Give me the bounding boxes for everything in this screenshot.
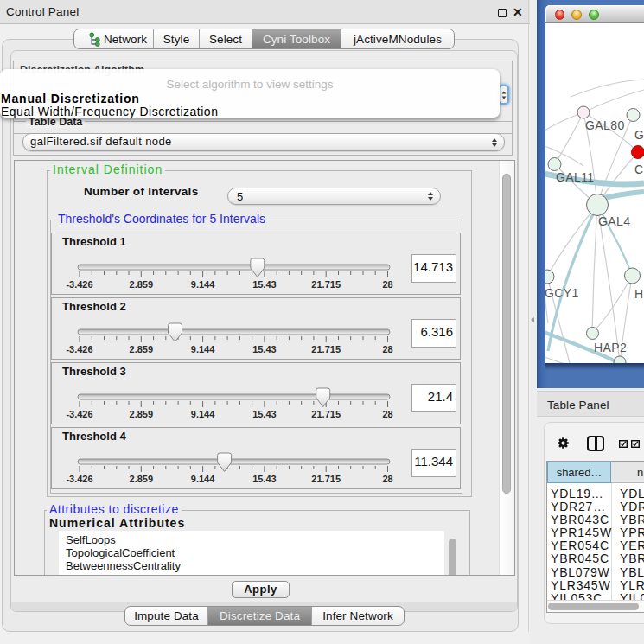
- svg-text:GAL11: GAL11: [556, 170, 595, 184]
- svg-text:21.715: 21.715: [311, 344, 341, 354]
- svg-text:21.715: 21.715: [311, 279, 341, 290]
- svg-text:9.144: 9.144: [191, 409, 215, 419]
- svg-text:-3.426: -3.426: [66, 344, 92, 354]
- svg-text:15.43: 15.43: [252, 474, 277, 484]
- svg-text:2.859: 2.859: [130, 409, 154, 419]
- svg-text:9.144: 9.144: [191, 344, 215, 354]
- svg-text:C: C: [634, 163, 644, 176]
- svg-text:15.43: 15.43: [252, 409, 277, 419]
- svg-text:21.715: 21.715: [311, 474, 341, 484]
- svg-text:2.859: 2.859: [130, 344, 154, 354]
- svg-text:-3.426: -3.426: [66, 474, 92, 484]
- svg-text:H: H: [634, 287, 644, 301]
- svg-text:GAL80: GAL80: [585, 118, 625, 132]
- svg-text:15.43: 15.43: [252, 344, 277, 354]
- svg-text:GCY1: GCY1: [545, 286, 579, 300]
- svg-text:28: 28: [382, 279, 392, 290]
- svg-text:9.144: 9.144: [191, 474, 215, 484]
- svg-text:28: 28: [382, 344, 392, 354]
- svg-text:G.: G.: [634, 128, 644, 142]
- svg-text:2.859: 2.859: [130, 279, 154, 290]
- svg-text:GAL4: GAL4: [598, 214, 630, 228]
- svg-text:-3.426: -3.426: [66, 279, 92, 290]
- svg-text:2.859: 2.859: [130, 474, 154, 484]
- svg-text:HAP2: HAP2: [594, 341, 627, 354]
- svg-text:15.43: 15.43: [252, 279, 277, 290]
- svg-text:-3.426: -3.426: [66, 409, 92, 419]
- svg-text:21.715: 21.715: [311, 409, 341, 419]
- svg-text:28: 28: [382, 474, 392, 484]
- svg-text:28: 28: [382, 409, 392, 419]
- svg-text:9.144: 9.144: [191, 279, 215, 290]
